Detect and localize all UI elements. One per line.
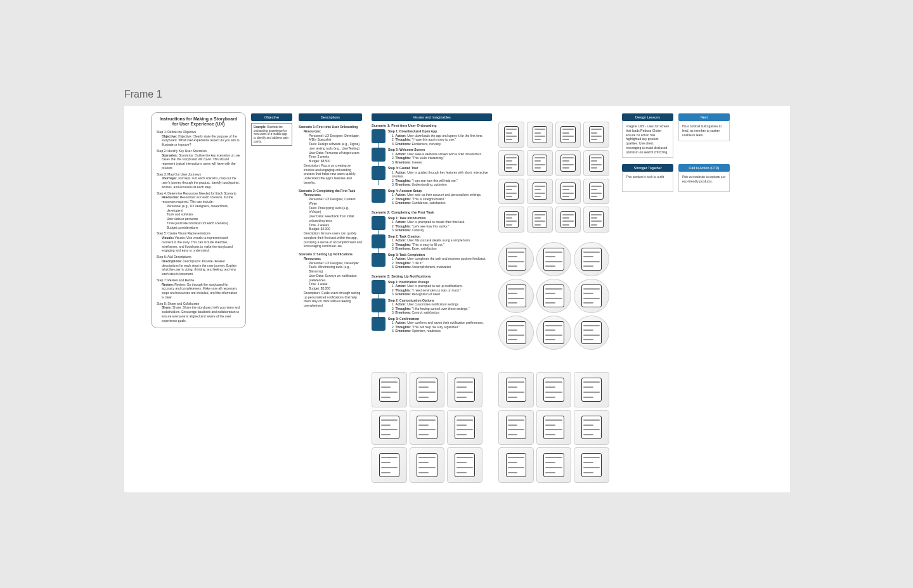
steps-sc3-title: Scenario 3: Setting Up Notifications: [372, 274, 492, 278]
storyboard-cell: [498, 122, 524, 148]
sc1-budget: Budget: $8,500: [309, 159, 362, 163]
scenario1-title: Scenario 1: First-time User Onboarding: [299, 125, 358, 129]
phone-sketch-icon: [533, 211, 547, 228]
phone-sketch-icon: [543, 321, 564, 344]
step-emotions: 3. Emotions: Interest: [392, 160, 482, 165]
resources-label: Resources:: [304, 257, 321, 260]
storyboard-grid-4: [498, 372, 609, 483]
sc1-time: Time: 2 weeks: [309, 155, 362, 159]
phone-sketch-icon: [560, 211, 575, 228]
storyboard-cell: [583, 207, 609, 233]
storyboard-cell: [410, 447, 445, 483]
phone-sketch-icon: [589, 126, 604, 143]
stronger-body: This section is built to outfit: [622, 172, 673, 192]
step-tile-icon: [372, 298, 385, 312]
step4-bullet: Budget considerations: [167, 226, 240, 230]
storyboard-cell: [555, 150, 581, 176]
phone-sketch-icon: [506, 284, 526, 307]
storyboard-cell: [527, 179, 553, 205]
storyboard-cell: [574, 316, 609, 350]
phone-sketch-icon: [379, 378, 399, 402]
storyboard-cell: [372, 410, 407, 445]
step7-h: Step 7: Review and Refine: [157, 278, 194, 282]
storyboard-cell: [527, 122, 553, 148]
step-heading: Step 1: Task Introduction: [388, 216, 426, 220]
next-body: Host combat build games to lead, as memb…: [678, 121, 730, 141]
storyboard-cell: [536, 372, 572, 407]
description-column: Descriptions Scenario 1: First-time User…: [299, 113, 362, 308]
step-tile-icon: [372, 317, 385, 331]
step4-bullet: Tools and software: [167, 212, 240, 217]
step-emotions: 3. Emotions: Accomplishment, motivation: [392, 265, 486, 269]
step-action: 1. Action: User is guided through key fe…: [392, 170, 492, 179]
step-emotions: 3. Emotions: Curiosity: [392, 228, 465, 233]
step-row: Step 1: Download and Open App 1. Action:…: [372, 129, 492, 146]
phone-sketch-icon: [417, 378, 437, 402]
phone-sketch-icon: [543, 416, 564, 440]
phone-sketch-icon: [417, 416, 437, 440]
step-heading: Step 1: Notification Prompt: [388, 280, 429, 284]
phone-sketch-icon: [543, 248, 564, 271]
step-emotions: 3. Emotions: Recognition of need: [392, 292, 463, 297]
storyboard-cell: [536, 447, 572, 483]
sc3-userdata: User Data: Surveys on notification prefe…: [309, 274, 362, 283]
storyboard-cell: [574, 410, 609, 445]
phone-sketch-icon: [581, 378, 602, 402]
sc3-description: Description: Guide users through setting…: [304, 291, 362, 308]
stronger-header: Stronger Together: [622, 164, 673, 172]
phone-sketch-icon: [581, 248, 602, 271]
storyboard-cell: [574, 372, 609, 407]
storyboard-grid-3: [372, 372, 482, 483]
phone-sketch-icon: [589, 155, 604, 172]
storyboard-cell: [536, 410, 572, 445]
storyboard-grid-2: [498, 242, 609, 350]
phone-sketch-icon: [589, 182, 604, 200]
sc3-budget: Budget: $2,000: [309, 286, 362, 291]
objective-example-box: Example: Illustrate the onboarding exper…: [251, 123, 292, 146]
step5-h: Step 5: Create Visual Representations: [157, 231, 210, 235]
storyboard-cell: [527, 150, 553, 176]
instructions-title: Instructions for Making a Storyboard for…: [157, 117, 240, 127]
visuals-column: Visuals and Imaginables Scenario 1: Firs…: [372, 113, 492, 333]
sc1-tools: Tools: Design software (e.g., Figma), us…: [309, 142, 362, 151]
storyboard-cell: [498, 150, 524, 176]
step-row: Step 1: Notification Prompt 1. Action: U…: [372, 280, 492, 297]
phone-sketch-icon: [504, 211, 519, 228]
sc2-personnel: Personnel: UX Designer, Content Writer: [309, 197, 362, 206]
storyboard-cell: [583, 122, 609, 148]
storyboard-cell: [536, 316, 572, 350]
step4-bullet: Time (estimated duration for each scenar…: [167, 221, 240, 226]
cta-header: Call to Action (CTA): [678, 164, 730, 172]
step-row: Step 2: Task Creation 1. Action: User fi…: [372, 234, 492, 251]
storyboard-cell: [574, 447, 609, 483]
step-row: Step 2: Welcome Screen 1. Action: User s…: [372, 148, 492, 164]
sc2-budget: Budget: $4,000: [309, 227, 362, 231]
storyboard-cell: [498, 179, 524, 205]
phone-sketch-icon: [581, 284, 602, 307]
sc2-userdata: User Data: Feedback from initial onboard…: [309, 214, 362, 223]
storyboard-cell: [498, 279, 534, 313]
storyboard-cell: [410, 410, 445, 445]
frame-title: Frame 1: [124, 89, 162, 100]
storyboard-cell: [372, 447, 407, 483]
phone-sketch-icon: [589, 211, 604, 228]
step-row: Step 1: Task Introduction 1. Action: Use…: [372, 216, 492, 233]
storyboard-cell: [498, 316, 534, 350]
storyboard-cell: [498, 447, 534, 483]
phone-sketch-icon: [506, 248, 526, 271]
resources-label: Resources:: [304, 193, 321, 196]
phone-sketch-icon: [543, 378, 564, 402]
phone-sketch-icon: [417, 453, 437, 477]
step-row: Step 2: Customization Options 1. Action:…: [372, 298, 492, 315]
step-row: Step 4: Account Setup 1. Action: User se…: [372, 189, 492, 205]
phone-sketch-icon: [506, 416, 526, 440]
cta-body: Pick out website to explore our eco-frie…: [678, 172, 730, 192]
visuals-header: Visuals and Imaginables: [372, 113, 492, 121]
storyboard-grid-1: [498, 122, 609, 233]
design-lessons-header: Design Lessons: [622, 113, 673, 121]
notes-column: Design Lessons Imagine LMS - used for sc…: [622, 113, 730, 192]
sc3-tools: Tools: Wireframing tools (e.g., Balsamiq…: [309, 265, 362, 274]
storyboard-cell: [583, 150, 609, 176]
phone-sketch-icon: [543, 453, 564, 477]
step-row: Step 3: Task Completion 1. Action: User …: [372, 253, 492, 269]
